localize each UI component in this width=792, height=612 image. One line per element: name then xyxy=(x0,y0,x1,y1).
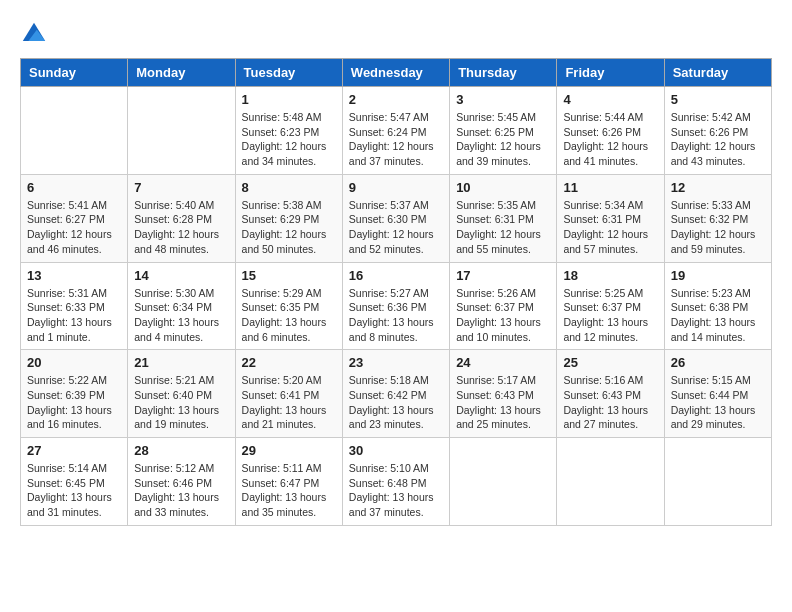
day-number: 18 xyxy=(563,268,657,283)
day-number: 11 xyxy=(563,180,657,195)
day-info: Sunrise: 5:27 AM Sunset: 6:36 PM Dayligh… xyxy=(349,286,443,345)
day-number: 6 xyxy=(27,180,121,195)
day-info: Sunrise: 5:12 AM Sunset: 6:46 PM Dayligh… xyxy=(134,461,228,520)
calendar-cell: 27Sunrise: 5:14 AM Sunset: 6:45 PM Dayli… xyxy=(21,438,128,526)
logo xyxy=(20,20,52,48)
day-number: 30 xyxy=(349,443,443,458)
day-number: 1 xyxy=(242,92,336,107)
day-number: 27 xyxy=(27,443,121,458)
day-info: Sunrise: 5:29 AM Sunset: 6:35 PM Dayligh… xyxy=(242,286,336,345)
day-info: Sunrise: 5:34 AM Sunset: 6:31 PM Dayligh… xyxy=(563,198,657,257)
calendar-week-row: 13Sunrise: 5:31 AM Sunset: 6:33 PM Dayli… xyxy=(21,262,772,350)
page-header xyxy=(20,20,772,48)
day-info: Sunrise: 5:41 AM Sunset: 6:27 PM Dayligh… xyxy=(27,198,121,257)
calendar-week-row: 1Sunrise: 5:48 AM Sunset: 6:23 PM Daylig… xyxy=(21,87,772,175)
day-info: Sunrise: 5:18 AM Sunset: 6:42 PM Dayligh… xyxy=(349,373,443,432)
calendar-cell xyxy=(557,438,664,526)
day-info: Sunrise: 5:16 AM Sunset: 6:43 PM Dayligh… xyxy=(563,373,657,432)
day-info: Sunrise: 5:35 AM Sunset: 6:31 PM Dayligh… xyxy=(456,198,550,257)
day-number: 26 xyxy=(671,355,765,370)
day-info: Sunrise: 5:14 AM Sunset: 6:45 PM Dayligh… xyxy=(27,461,121,520)
day-number: 2 xyxy=(349,92,443,107)
day-info: Sunrise: 5:15 AM Sunset: 6:44 PM Dayligh… xyxy=(671,373,765,432)
calendar-cell: 24Sunrise: 5:17 AM Sunset: 6:43 PM Dayli… xyxy=(450,350,557,438)
day-number: 25 xyxy=(563,355,657,370)
calendar-cell: 7Sunrise: 5:40 AM Sunset: 6:28 PM Daylig… xyxy=(128,174,235,262)
calendar-cell: 26Sunrise: 5:15 AM Sunset: 6:44 PM Dayli… xyxy=(664,350,771,438)
day-number: 23 xyxy=(349,355,443,370)
calendar-cell: 30Sunrise: 5:10 AM Sunset: 6:48 PM Dayli… xyxy=(342,438,449,526)
day-number: 14 xyxy=(134,268,228,283)
calendar-cell: 12Sunrise: 5:33 AM Sunset: 6:32 PM Dayli… xyxy=(664,174,771,262)
day-info: Sunrise: 5:33 AM Sunset: 6:32 PM Dayligh… xyxy=(671,198,765,257)
day-info: Sunrise: 5:40 AM Sunset: 6:28 PM Dayligh… xyxy=(134,198,228,257)
calendar-cell: 4Sunrise: 5:44 AM Sunset: 6:26 PM Daylig… xyxy=(557,87,664,175)
weekday-header-saturday: Saturday xyxy=(664,59,771,87)
calendar-cell: 8Sunrise: 5:38 AM Sunset: 6:29 PM Daylig… xyxy=(235,174,342,262)
day-info: Sunrise: 5:38 AM Sunset: 6:29 PM Dayligh… xyxy=(242,198,336,257)
day-number: 8 xyxy=(242,180,336,195)
calendar-week-row: 20Sunrise: 5:22 AM Sunset: 6:39 PM Dayli… xyxy=(21,350,772,438)
day-info: Sunrise: 5:11 AM Sunset: 6:47 PM Dayligh… xyxy=(242,461,336,520)
day-number: 28 xyxy=(134,443,228,458)
calendar-week-row: 6Sunrise: 5:41 AM Sunset: 6:27 PM Daylig… xyxy=(21,174,772,262)
calendar-cell: 20Sunrise: 5:22 AM Sunset: 6:39 PM Dayli… xyxy=(21,350,128,438)
calendar-cell: 2Sunrise: 5:47 AM Sunset: 6:24 PM Daylig… xyxy=(342,87,449,175)
weekday-header-wednesday: Wednesday xyxy=(342,59,449,87)
day-number: 9 xyxy=(349,180,443,195)
day-info: Sunrise: 5:37 AM Sunset: 6:30 PM Dayligh… xyxy=(349,198,443,257)
calendar-cell xyxy=(450,438,557,526)
day-number: 24 xyxy=(456,355,550,370)
day-number: 19 xyxy=(671,268,765,283)
weekday-header-tuesday: Tuesday xyxy=(235,59,342,87)
calendar-cell: 9Sunrise: 5:37 AM Sunset: 6:30 PM Daylig… xyxy=(342,174,449,262)
calendar-table: SundayMondayTuesdayWednesdayThursdayFrid… xyxy=(20,58,772,526)
day-number: 4 xyxy=(563,92,657,107)
calendar-cell: 25Sunrise: 5:16 AM Sunset: 6:43 PM Dayli… xyxy=(557,350,664,438)
calendar-cell: 22Sunrise: 5:20 AM Sunset: 6:41 PM Dayli… xyxy=(235,350,342,438)
day-number: 21 xyxy=(134,355,228,370)
calendar-cell: 23Sunrise: 5:18 AM Sunset: 6:42 PM Dayli… xyxy=(342,350,449,438)
calendar-cell xyxy=(664,438,771,526)
day-number: 7 xyxy=(134,180,228,195)
day-info: Sunrise: 5:10 AM Sunset: 6:48 PM Dayligh… xyxy=(349,461,443,520)
day-info: Sunrise: 5:26 AM Sunset: 6:37 PM Dayligh… xyxy=(456,286,550,345)
day-info: Sunrise: 5:42 AM Sunset: 6:26 PM Dayligh… xyxy=(671,110,765,169)
calendar-cell: 28Sunrise: 5:12 AM Sunset: 6:46 PM Dayli… xyxy=(128,438,235,526)
day-info: Sunrise: 5:44 AM Sunset: 6:26 PM Dayligh… xyxy=(563,110,657,169)
day-info: Sunrise: 5:25 AM Sunset: 6:37 PM Dayligh… xyxy=(563,286,657,345)
calendar-cell: 11Sunrise: 5:34 AM Sunset: 6:31 PM Dayli… xyxy=(557,174,664,262)
weekday-header-monday: Monday xyxy=(128,59,235,87)
day-number: 29 xyxy=(242,443,336,458)
day-number: 15 xyxy=(242,268,336,283)
day-info: Sunrise: 5:47 AM Sunset: 6:24 PM Dayligh… xyxy=(349,110,443,169)
day-number: 17 xyxy=(456,268,550,283)
day-number: 20 xyxy=(27,355,121,370)
day-number: 3 xyxy=(456,92,550,107)
calendar-cell: 21Sunrise: 5:21 AM Sunset: 6:40 PM Dayli… xyxy=(128,350,235,438)
weekday-header-friday: Friday xyxy=(557,59,664,87)
day-info: Sunrise: 5:48 AM Sunset: 6:23 PM Dayligh… xyxy=(242,110,336,169)
day-info: Sunrise: 5:31 AM Sunset: 6:33 PM Dayligh… xyxy=(27,286,121,345)
weekday-header-thursday: Thursday xyxy=(450,59,557,87)
calendar-cell: 15Sunrise: 5:29 AM Sunset: 6:35 PM Dayli… xyxy=(235,262,342,350)
day-info: Sunrise: 5:45 AM Sunset: 6:25 PM Dayligh… xyxy=(456,110,550,169)
day-number: 16 xyxy=(349,268,443,283)
calendar-cell: 10Sunrise: 5:35 AM Sunset: 6:31 PM Dayli… xyxy=(450,174,557,262)
calendar-cell xyxy=(21,87,128,175)
calendar-cell xyxy=(128,87,235,175)
calendar-cell: 5Sunrise: 5:42 AM Sunset: 6:26 PM Daylig… xyxy=(664,87,771,175)
calendar-cell: 1Sunrise: 5:48 AM Sunset: 6:23 PM Daylig… xyxy=(235,87,342,175)
weekday-header-row: SundayMondayTuesdayWednesdayThursdayFrid… xyxy=(21,59,772,87)
calendar-week-row: 27Sunrise: 5:14 AM Sunset: 6:45 PM Dayli… xyxy=(21,438,772,526)
day-number: 12 xyxy=(671,180,765,195)
day-info: Sunrise: 5:20 AM Sunset: 6:41 PM Dayligh… xyxy=(242,373,336,432)
calendar-cell: 16Sunrise: 5:27 AM Sunset: 6:36 PM Dayli… xyxy=(342,262,449,350)
day-number: 10 xyxy=(456,180,550,195)
calendar-cell: 29Sunrise: 5:11 AM Sunset: 6:47 PM Dayli… xyxy=(235,438,342,526)
day-info: Sunrise: 5:22 AM Sunset: 6:39 PM Dayligh… xyxy=(27,373,121,432)
logo-icon xyxy=(20,20,48,48)
calendar-cell: 13Sunrise: 5:31 AM Sunset: 6:33 PM Dayli… xyxy=(21,262,128,350)
day-info: Sunrise: 5:23 AM Sunset: 6:38 PM Dayligh… xyxy=(671,286,765,345)
calendar-cell: 14Sunrise: 5:30 AM Sunset: 6:34 PM Dayli… xyxy=(128,262,235,350)
